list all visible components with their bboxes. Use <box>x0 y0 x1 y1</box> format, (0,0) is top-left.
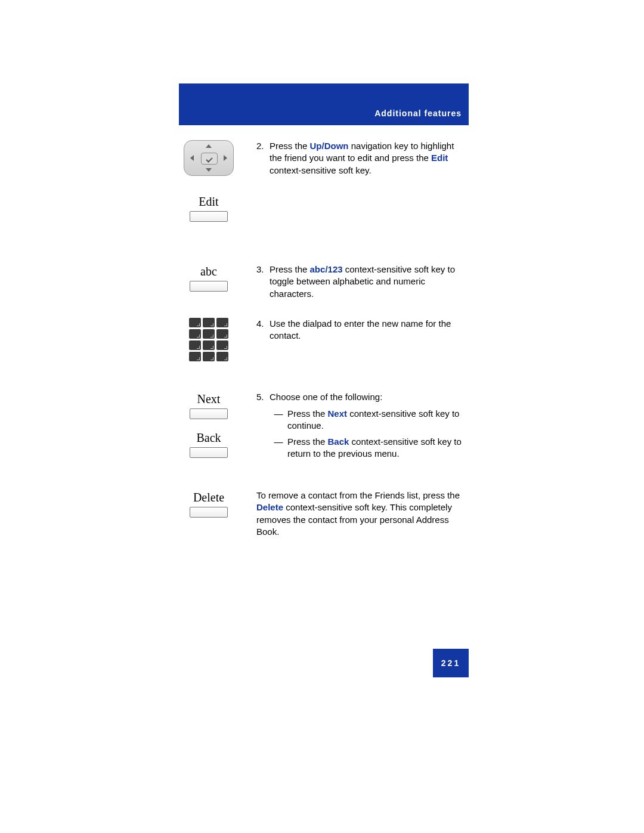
key-next: Next <box>328 408 348 419</box>
step-text: Use the dialpad to enter the new name fo… <box>270 318 469 342</box>
key-abc123: abc/123 <box>310 264 343 274</box>
content-area: Edit 2. Press the Up/Down navigation key… <box>167 140 469 556</box>
option-next: — Press the Next context-sensitive soft … <box>270 408 469 432</box>
step-text: Press the abc/123 context-sensitive soft… <box>270 264 469 300</box>
step-4: 4. Use the dialpad to enter the new name… <box>256 318 469 342</box>
softkey-next-label: Next <box>197 392 221 406</box>
navigation-pad-icon <box>184 140 234 176</box>
softkey-next-icon <box>190 408 228 419</box>
softkey-edit-label: Edit <box>199 195 218 209</box>
step-lead: Choose one of the following: <box>270 391 469 403</box>
manual-page: Additional features Edit 2. Press the Up… <box>0 0 644 833</box>
step-3: 3. Press the abc/123 context-sensitive s… <box>256 264 469 300</box>
delete-paragraph: To remove a contact from the Friends lis… <box>256 490 469 538</box>
section-title: Additional features <box>374 109 462 118</box>
softkey-back-label: Back <box>196 431 221 445</box>
softkey-abc-icon <box>190 281 228 292</box>
option-back: — Press the Back context-sensitive soft … <box>270 436 469 460</box>
step-number: 3. <box>256 264 270 300</box>
step-number: 2. <box>256 140 270 176</box>
key-back: Back <box>328 436 349 447</box>
softkey-abc-label: abc <box>200 265 217 278</box>
key-edit: Edit <box>431 153 448 163</box>
dialpad-icon <box>189 318 228 361</box>
softkey-back-icon <box>190 447 228 458</box>
softkey-delete-icon <box>190 507 228 518</box>
key-updown: Up/Down <box>310 141 349 151</box>
header-bar: Additional features <box>179 83 469 125</box>
step-number: 5. <box>256 391 270 460</box>
step-number: 4. <box>256 318 270 342</box>
step-text: Press the Up/Down navigation key to high… <box>270 140 469 176</box>
softkey-delete-label: Delete <box>193 491 224 504</box>
step-2: 2. Press the Up/Down navigation key to h… <box>256 140 469 176</box>
softkey-edit-icon <box>190 211 228 222</box>
page-number: 221 <box>433 649 469 677</box>
key-delete: Delete <box>256 502 283 512</box>
step-5: 5. Choose one of the following: — Press … <box>256 391 469 460</box>
